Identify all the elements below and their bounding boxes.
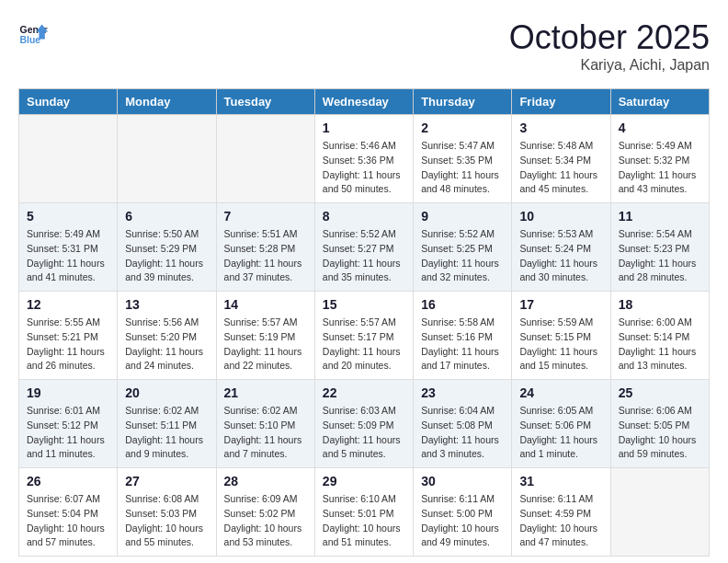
day-info: Sunrise: 5:49 AM Sunset: 5:31 PM Dayligh… <box>27 227 109 285</box>
logo: General Blue <box>18 18 48 48</box>
col-header-saturday: Saturday <box>610 89 709 115</box>
calendar-cell: 25Sunrise: 6:06 AM Sunset: 5:05 PM Dayli… <box>610 380 709 468</box>
calendar-cell: 8Sunrise: 5:52 AM Sunset: 5:27 PM Daylig… <box>314 203 413 292</box>
day-number: 7 <box>224 209 307 224</box>
calendar-cell: 14Sunrise: 5:57 AM Sunset: 5:19 PM Dayli… <box>216 292 314 380</box>
calendar-cell: 20Sunrise: 6:02 AM Sunset: 5:11 PM Dayli… <box>118 380 216 468</box>
day-info: Sunrise: 5:49 AM Sunset: 5:32 PM Dayligh… <box>619 139 701 197</box>
calendar-table: SundayMondayTuesdayWednesdayThursdayFrid… <box>18 88 710 557</box>
day-info: Sunrise: 5:55 AM Sunset: 5:21 PM Dayligh… <box>27 316 109 373</box>
calendar-cell: 12Sunrise: 5:55 AM Sunset: 5:21 PM Dayli… <box>19 292 118 380</box>
day-info: Sunrise: 6:01 AM Sunset: 5:12 PM Dayligh… <box>27 404 109 462</box>
day-info: Sunrise: 6:05 AM Sunset: 5:06 PM Dayligh… <box>519 404 602 462</box>
day-number: 28 <box>224 474 307 488</box>
calendar-cell: 22Sunrise: 6:03 AM Sunset: 5:09 PM Dayli… <box>314 380 413 468</box>
day-number: 16 <box>421 297 504 312</box>
month-title: October 2025 <box>509 18 710 57</box>
day-number: 5 <box>27 209 109 224</box>
calendar-cell: 26Sunrise: 6:07 AM Sunset: 5:04 PM Dayli… <box>19 468 118 557</box>
day-number: 13 <box>125 297 208 312</box>
day-info: Sunrise: 6:00 AM Sunset: 5:14 PM Dayligh… <box>619 316 701 373</box>
svg-text:Blue: Blue <box>20 35 41 45</box>
day-info: Sunrise: 6:08 AM Sunset: 5:03 PM Dayligh… <box>125 492 208 550</box>
calendar-cell <box>216 115 314 203</box>
day-info: Sunrise: 6:03 AM Sunset: 5:09 PM Dayligh… <box>323 404 405 462</box>
day-number: 4 <box>619 121 701 135</box>
calendar-cell: 6Sunrise: 5:50 AM Sunset: 5:29 PM Daylig… <box>118 203 216 292</box>
calendar-cell <box>118 115 216 203</box>
day-number: 3 <box>519 121 602 135</box>
day-info: Sunrise: 6:07 AM Sunset: 5:04 PM Dayligh… <box>27 492 109 550</box>
day-number: 26 <box>27 474 109 488</box>
calendar-cell: 29Sunrise: 6:10 AM Sunset: 5:01 PM Dayli… <box>314 468 413 557</box>
calendar-cell: 30Sunrise: 6:11 AM Sunset: 5:00 PM Dayli… <box>414 468 512 557</box>
col-header-monday: Monday <box>118 89 216 115</box>
calendar-cell: 16Sunrise: 5:58 AM Sunset: 5:16 PM Dayli… <box>414 292 512 380</box>
calendar-cell: 9Sunrise: 5:52 AM Sunset: 5:25 PM Daylig… <box>414 203 512 292</box>
day-number: 29 <box>323 474 405 488</box>
day-number: 17 <box>519 297 602 312</box>
day-number: 11 <box>619 209 701 224</box>
calendar-cell: 2Sunrise: 5:47 AM Sunset: 5:35 PM Daylig… <box>414 115 512 203</box>
calendar-cell: 3Sunrise: 5:48 AM Sunset: 5:34 PM Daylig… <box>512 115 610 203</box>
calendar-cell: 18Sunrise: 6:00 AM Sunset: 5:14 PM Dayli… <box>610 292 709 380</box>
day-number: 10 <box>519 209 602 224</box>
day-info: Sunrise: 5:57 AM Sunset: 5:17 PM Dayligh… <box>323 316 405 373</box>
col-header-wednesday: Wednesday <box>314 89 413 115</box>
day-info: Sunrise: 5:56 AM Sunset: 5:20 PM Dayligh… <box>125 316 208 373</box>
day-info: Sunrise: 6:11 AM Sunset: 5:00 PM Dayligh… <box>421 492 504 550</box>
col-header-tuesday: Tuesday <box>216 89 314 115</box>
day-number: 31 <box>519 474 602 488</box>
day-info: Sunrise: 5:52 AM Sunset: 5:27 PM Dayligh… <box>323 227 405 285</box>
day-info: Sunrise: 6:06 AM Sunset: 5:05 PM Dayligh… <box>619 404 701 462</box>
calendar-cell: 24Sunrise: 6:05 AM Sunset: 5:06 PM Dayli… <box>512 380 610 468</box>
day-number: 18 <box>619 297 701 312</box>
location: Kariya, Aichi, Japan <box>509 57 710 74</box>
day-number: 27 <box>125 474 208 488</box>
calendar-cell: 23Sunrise: 6:04 AM Sunset: 5:08 PM Dayli… <box>414 380 512 468</box>
day-number: 15 <box>323 297 405 312</box>
day-number: 21 <box>224 385 307 400</box>
day-number: 23 <box>421 385 504 400</box>
calendar-cell: 10Sunrise: 5:53 AM Sunset: 5:24 PM Dayli… <box>512 203 610 292</box>
day-number: 20 <box>125 385 208 400</box>
day-number: 1 <box>323 121 405 135</box>
calendar-cell: 28Sunrise: 6:09 AM Sunset: 5:02 PM Dayli… <box>216 468 314 557</box>
day-info: Sunrise: 6:11 AM Sunset: 4:59 PM Dayligh… <box>519 492 602 550</box>
calendar-cell: 11Sunrise: 5:54 AM Sunset: 5:23 PM Dayli… <box>610 203 709 292</box>
day-info: Sunrise: 5:58 AM Sunset: 5:16 PM Dayligh… <box>421 316 504 373</box>
calendar-week-5: 26Sunrise: 6:07 AM Sunset: 5:04 PM Dayli… <box>19 468 710 557</box>
day-number: 9 <box>421 209 504 224</box>
day-info: Sunrise: 5:52 AM Sunset: 5:25 PM Dayligh… <box>421 227 504 285</box>
calendar-cell: 13Sunrise: 5:56 AM Sunset: 5:20 PM Dayli… <box>118 292 216 380</box>
day-number: 8 <box>323 209 405 224</box>
calendar-cell: 7Sunrise: 5:51 AM Sunset: 5:28 PM Daylig… <box>216 203 314 292</box>
day-number: 6 <box>125 209 208 224</box>
day-info: Sunrise: 6:09 AM Sunset: 5:02 PM Dayligh… <box>224 492 307 550</box>
day-info: Sunrise: 6:04 AM Sunset: 5:08 PM Dayligh… <box>421 404 504 462</box>
logo-icon: General Blue <box>18 18 48 48</box>
day-number: 30 <box>421 474 504 488</box>
title-block: October 2025 Kariya, Aichi, Japan <box>509 18 710 74</box>
day-info: Sunrise: 6:02 AM Sunset: 5:11 PM Dayligh… <box>125 404 208 462</box>
calendar-cell: 21Sunrise: 6:02 AM Sunset: 5:10 PM Dayli… <box>216 380 314 468</box>
calendar-cell: 4Sunrise: 5:49 AM Sunset: 5:32 PM Daylig… <box>610 115 709 203</box>
calendar-cell <box>19 115 118 203</box>
day-info: Sunrise: 5:51 AM Sunset: 5:28 PM Dayligh… <box>224 227 307 285</box>
day-number: 22 <box>323 385 405 400</box>
day-number: 24 <box>519 385 602 400</box>
day-info: Sunrise: 5:57 AM Sunset: 5:19 PM Dayligh… <box>224 316 307 373</box>
calendar-week-1: 1Sunrise: 5:46 AM Sunset: 5:36 PM Daylig… <box>19 115 710 203</box>
header-row: SundayMondayTuesdayWednesdayThursdayFrid… <box>19 89 710 115</box>
day-info: Sunrise: 6:02 AM Sunset: 5:10 PM Dayligh… <box>224 404 307 462</box>
calendar-cell: 31Sunrise: 6:11 AM Sunset: 4:59 PM Dayli… <box>512 468 610 557</box>
calendar-cell: 5Sunrise: 5:49 AM Sunset: 5:31 PM Daylig… <box>19 203 118 292</box>
page-header: General Blue October 2025 Kariya, Aichi,… <box>18 18 710 74</box>
day-info: Sunrise: 5:54 AM Sunset: 5:23 PM Dayligh… <box>619 227 701 285</box>
day-info: Sunrise: 5:53 AM Sunset: 5:24 PM Dayligh… <box>519 227 602 285</box>
day-number: 12 <box>27 297 109 312</box>
col-header-sunday: Sunday <box>19 89 118 115</box>
day-number: 14 <box>224 297 307 312</box>
day-info: Sunrise: 5:46 AM Sunset: 5:36 PM Dayligh… <box>323 139 405 197</box>
calendar-cell: 19Sunrise: 6:01 AM Sunset: 5:12 PM Dayli… <box>19 380 118 468</box>
